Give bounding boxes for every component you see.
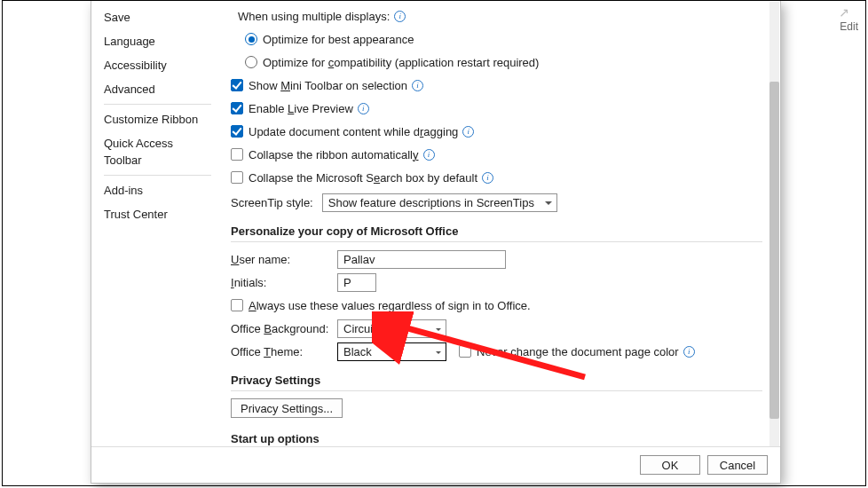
cancel-button[interactable]: Cancel — [707, 455, 768, 475]
info-icon[interactable] — [462, 126, 474, 138]
sidebar-item-accessibility[interactable]: Accessibility — [91, 53, 222, 77]
options-sidebar: Save Language Accessibility Advanced Cus… — [91, 1, 222, 483]
info-icon[interactable] — [482, 172, 493, 184]
radio-best-appearance[interactable] — [245, 33, 257, 45]
chk-never-change-color-label: Never change the document page color — [477, 345, 679, 358]
chk-collapse-ribbon[interactable] — [231, 148, 243, 161]
info-icon[interactable] — [683, 346, 695, 358]
vertical-scrollbar[interactable] — [769, 2, 779, 446]
initials-label: Initials: — [231, 276, 295, 289]
chk-collapse-search-label: Collapse the Microsoft Search box by def… — [249, 171, 477, 185]
bg-label: Office Background: — [231, 322, 337, 335]
chk-never-change-color[interactable] — [459, 345, 471, 358]
info-icon[interactable] — [412, 80, 423, 91]
screentip-label: ScreenTip style: — [231, 196, 313, 209]
cursor-icon: ↖ — [839, 5, 849, 20]
ok-button[interactable]: OK — [640, 455, 700, 475]
chk-live-preview-label: Enable Live Preview — [249, 102, 353, 115]
chk-collapse-ribbon-label: Collapse the ribbon automatically — [249, 148, 419, 161]
theme-label: Office Theme: — [231, 345, 337, 358]
chk-collapse-search[interactable] — [231, 171, 243, 184]
theme-select[interactable]: Black — [337, 342, 446, 361]
dialog-footer: OK Cancel — [91, 446, 780, 483]
sidebar-item-save[interactable]: Save — [91, 5, 222, 29]
radio-compatibility-label: Optimize for compatibility (application … — [263, 56, 539, 69]
screentip-select[interactable]: Show feature descriptions in ScreenTips — [322, 193, 557, 212]
app-window: ↖ Edit Save Language Accessibility Advan… — [2, 0, 866, 486]
info-icon[interactable] — [423, 149, 435, 161]
multi-display-label: When using multiple displays: — [238, 10, 390, 23]
radio-best-appearance-label: Optimize for best appearance — [263, 33, 414, 46]
chk-drag-update-label: Update document content while dragging — [249, 125, 458, 138]
sidebar-item-addins[interactable]: Add-ins — [91, 178, 222, 202]
privacy-settings-button[interactable]: Privacy Settings... — [231, 398, 343, 418]
bg-select[interactable]: Circuit — [337, 319, 446, 338]
info-icon[interactable] — [358, 103, 369, 114]
options-content: When using multiple displays: Optimize f… — [222, 1, 769, 447]
info-icon[interactable] — [394, 11, 406, 22]
username-input[interactable]: Pallav — [337, 250, 506, 269]
personalize-title: Personalize your copy of Microsoft Offic… — [231, 224, 762, 238]
username-label: User name: — [231, 253, 337, 266]
radio-compatibility[interactable] — [245, 56, 257, 68]
sidebar-item-advanced[interactable]: Advanced — [91, 77, 222, 101]
sidebar-item-trust-center[interactable]: Trust Center — [91, 202, 222, 226]
sidebar-item-customize-ribbon[interactable]: Customize Ribbon — [91, 107, 222, 131]
chk-always-use-label: Always use these values regardless of si… — [249, 299, 531, 312]
chk-mini-toolbar[interactable] — [231, 79, 243, 91]
chk-always-use[interactable] — [231, 299, 243, 311]
chk-mini-toolbar-label: Show Mini Toolbar on selection — [249, 79, 407, 92]
options-dialog: Save Language Accessibility Advanced Cus… — [91, 1, 781, 484]
chk-live-preview[interactable] — [231, 102, 243, 114]
initials-input[interactable]: P — [337, 273, 376, 292]
scrollbar-thumb[interactable] — [769, 82, 779, 419]
startup-title: Start up options — [231, 432, 762, 445]
chk-drag-update[interactable] — [231, 125, 243, 138]
privacy-title: Privacy Settings — [231, 374, 762, 387]
editing-label: Edit — [840, 20, 858, 33]
sidebar-item-language[interactable]: Language — [91, 29, 222, 53]
sidebar-item-qat[interactable]: Quick Access Toolbar — [91, 131, 222, 172]
